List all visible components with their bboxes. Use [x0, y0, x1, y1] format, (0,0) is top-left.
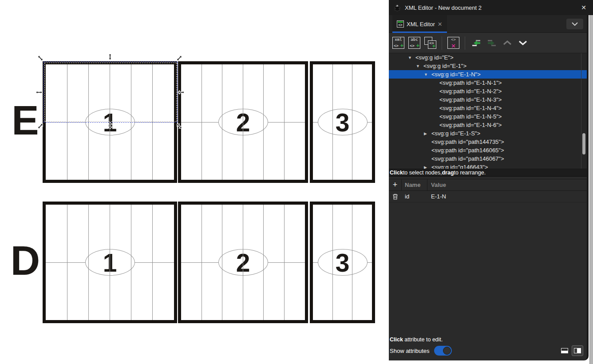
collapse-arrow-icon[interactable]: ▼ — [424, 72, 431, 77]
duplicate-node-button[interactable]: <> + — [424, 37, 436, 49]
show-attributes-label: Show attributes — [390, 348, 430, 354]
tab-xml-editor[interactable]: <> XML Editor ✕ — [392, 15, 447, 33]
tree-node-label: <svg:path id="path144735"> — [431, 138, 504, 145]
tree-node-label: <svg:path id="E-1-N-2"> — [439, 88, 502, 95]
delete-node-button[interactable]: <> ✕ — [447, 37, 459, 49]
attribute-hint: Click attribute to edit. — [389, 336, 587, 344]
window-scrollbar-strip[interactable] — [589, 15, 593, 364]
selection-handle-left[interactable] — [36, 89, 43, 96]
move-node-up-button[interactable] — [502, 37, 513, 49]
tree-node-label: <svg:path id="path146065"> — [431, 147, 504, 154]
chevron-up-icon — [503, 40, 512, 45]
section-e-2[interactable]: 2 — [178, 61, 308, 183]
indent-node-button[interactable] — [486, 37, 498, 49]
add-attribute-button[interactable]: + — [389, 179, 402, 190]
chevron-down-icon — [572, 22, 578, 26]
xml-editor-tab-icon: <> — [397, 20, 404, 28]
attribute-name[interactable]: id — [402, 191, 427, 202]
xml-tree[interactable]: ▼<svg:g id="E">▼<svg:g id="E-1">▼<svg:g … — [389, 53, 587, 169]
tree-node[interactable]: <svg:path id="path144735"> — [389, 138, 587, 146]
section-number-label: 3 — [336, 109, 350, 135]
tree-node-label: <svg:path id="E-1-N-1"> — [439, 79, 502, 86]
tree-node[interactable]: ▶<svg:g id="g146643"> — [389, 163, 587, 169]
section-number-ellipse[interactable]: 3 — [318, 249, 368, 276]
tree-node[interactable]: ▼<svg:g id="E"> — [389, 53, 587, 62]
selection-handle-right[interactable] — [178, 89, 185, 96]
expand-arrow-icon[interactable]: ▶ — [424, 165, 431, 170]
tree-scrollbar-thumb[interactable] — [582, 133, 585, 154]
tree-scrollbar[interactable] — [581, 53, 587, 169]
plus-icon: + — [416, 43, 419, 49]
tree-hint: Click to select nodes, drag to rearrange… — [389, 169, 587, 177]
inkscape-logo-icon — [393, 4, 401, 12]
section-number-ellipse[interactable]: 3 — [318, 109, 368, 135]
panel-menu-button[interactable] — [566, 19, 583, 29]
tree-node-label: <svg:g id="E-1-S"> — [431, 130, 480, 137]
indent-icon — [487, 39, 497, 47]
tree-node-label: <svg:g id="E-1-N"> — [431, 71, 481, 78]
tab-close-icon[interactable]: ✕ — [438, 21, 443, 28]
section-number-label: 3 — [336, 249, 350, 276]
tree-node-label: <svg:path id="E-1-N-3"> — [439, 96, 502, 103]
new-element-node-button[interactable]: xml <> + — [392, 37, 404, 49]
dialog-tabbar: <> XML Editor ✕ — [389, 15, 587, 33]
move-node-down-button[interactable] — [517, 37, 529, 49]
xml-editor-panel: <> XML Editor ✕ xml <> + abc <> + <> + — [389, 15, 589, 360]
collapse-arrow-icon[interactable]: ▼ — [408, 55, 415, 60]
tree-node-label: <svg:g id="g146643"> — [431, 164, 488, 169]
collapse-arrow-icon[interactable]: ▼ — [416, 64, 423, 68]
chevron-down-icon — [518, 40, 527, 45]
attr-name-header: Name — [402, 179, 427, 190]
selection-handle-bottom-right[interactable] — [176, 123, 183, 130]
show-attributes-toggle[interactable] — [434, 346, 452, 356]
attr-value-header: Value — [427, 182, 587, 188]
new-text-node-button[interactable]: abc <> + — [408, 37, 420, 49]
tree-node[interactable]: ▼<svg:g id="E-1-N"> — [389, 70, 587, 79]
tree-node-label: <svg:path id="E-1-N-5"> — [439, 113, 502, 120]
tree-node[interactable]: <svg:path id="E-1-N-6"> — [389, 121, 587, 129]
selection-handle-bottom-center[interactable] — [107, 122, 114, 129]
section-d-3[interactable]: 3 — [310, 202, 375, 323]
unindent-node-button[interactable] — [470, 37, 482, 49]
expand-arrow-icon[interactable]: ▶ — [424, 131, 431, 136]
row-label-e[interactable]: E — [5, 100, 44, 141]
tree-node[interactable]: ▶<svg:g id="E-1-S"> — [389, 129, 587, 138]
tree-node-label: <svg:path id="path146067"> — [431, 155, 504, 162]
section-d-2[interactable]: 2 — [178, 202, 308, 323]
row-label-d[interactable]: D — [5, 240, 44, 281]
tree-node-label: <svg:g id="E-1"> — [423, 63, 466, 69]
selection-handle-top-center[interactable] — [107, 53, 114, 60]
horizontal-split-icon — [561, 348, 568, 353]
tree-node[interactable]: <svg:path id="E-1-N-3"> — [389, 95, 587, 104]
tree-node[interactable]: <svg:path id="E-1-N-5"> — [389, 112, 587, 121]
unindent-icon — [471, 39, 481, 47]
section-e-3[interactable]: 3 — [310, 61, 375, 183]
tree-node-label: <svg:path id="E-1-N-6"> — [439, 122, 502, 128]
selection-handle-bottom-left[interactable] — [37, 123, 44, 130]
tree-node[interactable]: <svg:path id="path146067"> — [389, 154, 587, 163]
layout-horizontal-button[interactable] — [559, 345, 570, 356]
tree-node[interactable]: <svg:path id="E-1-N-1"> — [389, 79, 587, 87]
panel-bottom-bar: Show attributes — [389, 344, 587, 360]
selection-handle-top-left[interactable] — [37, 55, 44, 62]
tree-node-label: <svg:g id="E"> — [415, 54, 453, 61]
attribute-value[interactable]: E-1-N — [427, 193, 587, 200]
tree-node[interactable]: ▼<svg:g id="E-1"> — [389, 62, 587, 70]
delete-x-icon: ✕ — [448, 41, 459, 50]
xml-toolbar: xml <> + abc <> + <> + <> ✕ — [389, 33, 587, 53]
tree-node[interactable]: <svg:path id="E-1-N-2"> — [389, 87, 587, 95]
dialog-title: XML Editor - New document 2 — [405, 4, 482, 11]
delete-attribute-icon[interactable] — [389, 191, 402, 202]
plus-icon: + — [432, 43, 435, 49]
tree-node-label: <svg:path id="E-1-N-4"> — [439, 105, 502, 111]
dialog-titlebar: XML Editor - New document 2 ✕ — [389, 0, 593, 15]
selection-handle-top-right[interactable] — [176, 55, 183, 62]
plus-icon: + — [400, 43, 403, 49]
close-icon[interactable]: ✕ — [580, 4, 588, 12]
section-d-1[interactable]: 1 — [43, 202, 177, 323]
attributes-header: + Name Value — [389, 179, 587, 191]
tree-node[interactable]: <svg:path id="E-1-N-4"> — [389, 104, 587, 112]
tree-node[interactable]: <svg:path id="path146065"> — [389, 146, 587, 154]
attribute-row[interactable]: idE-1-N — [389, 191, 587, 202]
layout-vertical-button[interactable] — [572, 345, 583, 356]
